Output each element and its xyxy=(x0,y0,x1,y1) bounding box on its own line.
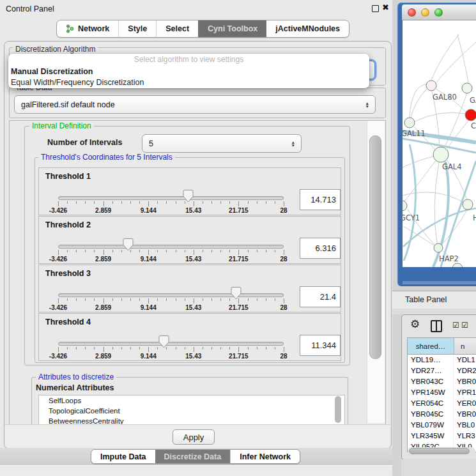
dropdown-option-equal-width-frequency[interactable]: Equal Width/Frequency Discretization xyxy=(10,77,367,88)
slider-tick-label: 9.144 xyxy=(141,207,157,214)
checkbox-icon[interactable]: ☑ xyxy=(452,321,459,330)
slider-tick xyxy=(104,298,104,303)
slider-track[interactable] xyxy=(58,342,284,346)
cell-name[interactable]: YBR0 xyxy=(454,409,476,420)
threshold-4-value-field[interactable]: 11.344 xyxy=(300,335,341,356)
gear-icon[interactable]: ⚙ xyxy=(410,318,420,330)
network-node[interactable] xyxy=(426,81,436,91)
table-row[interactable]: YDR27…YDR2 xyxy=(408,365,476,376)
cell-name[interactable]: YBL0 xyxy=(454,420,476,431)
slider-handle[interactable] xyxy=(123,238,134,251)
slider-tick xyxy=(194,250,194,255)
threshold-1-slider[interactable]: -3.4262.8599.14415.4321.71528 xyxy=(58,190,284,214)
table-data-combo[interactable]: galFiltered.sif default node ▲▼ xyxy=(14,95,376,114)
algorithm-dropdown-popup: Select algorithm to view settings Manual… xyxy=(8,54,369,88)
tab-jactivemnodules[interactable]: jActiveMNodules xyxy=(266,20,349,37)
bottom-tab-strip: Impute Data Discretize Data Infer Networ… xyxy=(0,448,392,465)
slider-handle[interactable] xyxy=(231,287,242,300)
attributes-list-scrollbar[interactable] xyxy=(335,396,341,423)
slider-tick xyxy=(229,250,230,252)
number-of-intervals-combo[interactable]: 5 ▲▼ xyxy=(142,134,302,153)
tab-style[interactable]: Style xyxy=(118,20,156,37)
slider-tick xyxy=(157,250,158,252)
slider-track[interactable] xyxy=(58,293,284,297)
network-node[interactable] xyxy=(434,243,443,252)
table-row[interactable]: YER054CYER0 xyxy=(408,398,476,409)
network-canvas[interactable]: GAL80GACGAL11GAL4GCY1HHAP2 xyxy=(403,20,476,267)
node-label: GAL4 xyxy=(442,162,462,171)
window-minimize-icon[interactable] xyxy=(421,8,429,17)
column-header-shared-name[interactable]: shared… xyxy=(408,338,454,354)
table-row[interactable]: YBL079WYBL0 xyxy=(408,420,476,431)
network-node[interactable] xyxy=(433,147,449,162)
table-row[interactable]: YDL19…YDL1 xyxy=(408,355,476,365)
apply-button[interactable]: Apply xyxy=(173,429,215,445)
network-node[interactable] xyxy=(403,201,407,211)
cell-shared-name[interactable]: YLR345W xyxy=(408,431,454,441)
table-hscrollbar-thumb[interactable] xyxy=(409,448,470,454)
slider-tick xyxy=(238,347,239,352)
float-window-icon[interactable] xyxy=(372,5,379,12)
network-node[interactable] xyxy=(465,109,476,121)
close-icon[interactable]: ✖ xyxy=(382,3,389,12)
table-row[interactable]: YBR045CYBR0 xyxy=(408,409,476,420)
table-body: YDL19…YDL1YDR27…YDR2YBR043CYBR0YPR145WYP… xyxy=(408,355,476,452)
attribute-list-item[interactable]: SelfLoops xyxy=(39,395,344,406)
tab-infer-network[interactable]: Infer Network xyxy=(230,450,300,463)
slider-tick xyxy=(185,298,185,301)
slider-track[interactable] xyxy=(58,196,284,200)
cell-shared-name[interactable]: YPR145W xyxy=(408,387,454,398)
tab-impute-data[interactable]: Impute Data xyxy=(91,450,155,463)
attribute-list-item[interactable]: TopologicalCoefficient xyxy=(39,406,344,416)
cell-name[interactable]: YLR3 xyxy=(454,431,476,441)
tab-network[interactable]: Network xyxy=(57,20,118,37)
numerical-attributes-list[interactable]: SelfLoopsTopologicalCoefficientBetweenne… xyxy=(38,395,345,426)
network-node[interactable] xyxy=(462,83,472,93)
cell-name[interactable]: YER0 xyxy=(454,398,476,409)
cell-shared-name[interactable]: YDL19… xyxy=(408,355,454,365)
slider-handle[interactable] xyxy=(183,190,194,203)
table-hscrollbar-track[interactable] xyxy=(408,447,475,455)
slider-tick xyxy=(130,250,131,252)
cell-name[interactable]: YBR0 xyxy=(454,376,476,387)
cell-shared-name[interactable]: YBR045C xyxy=(408,409,454,420)
cell-shared-name[interactable]: YBL079W xyxy=(408,420,454,431)
checkbox-icon[interactable]: ☑ xyxy=(461,321,468,330)
tab-cyni-toolbox[interactable]: Cyni Toolbox xyxy=(198,20,266,37)
table-row[interactable]: YBR043CYBR0 xyxy=(408,376,476,387)
dropdown-option-manual-discretization[interactable]: Manual Discretization xyxy=(10,66,367,77)
slider-handle[interactable] xyxy=(158,335,169,348)
slider-tick xyxy=(85,347,86,349)
network-window-titlebar[interactable] xyxy=(402,4,476,20)
cell-name[interactable]: YDL1 xyxy=(454,355,476,365)
number-of-intervals-label: Number of Intervals xyxy=(47,138,122,147)
table-row[interactable]: YLR345WYLR3 xyxy=(408,431,476,441)
table-panel-filler xyxy=(401,459,476,476)
split-view-icon[interactable] xyxy=(431,320,442,332)
settings-scrollbar-thumb[interactable] xyxy=(369,135,381,359)
network-node[interactable] xyxy=(463,199,473,210)
network-node[interactable] xyxy=(452,263,463,267)
slider-tick xyxy=(58,201,59,206)
threshold-4-slider[interactable]: -3.4262.8599.14415.4321.71528 xyxy=(58,335,284,360)
column-header-name[interactable]: n xyxy=(454,338,476,354)
cell-shared-name[interactable]: YER054C xyxy=(408,398,454,409)
window-zoom-icon[interactable] xyxy=(434,8,443,17)
threshold-3-slider[interactable]: -3.4262.8599.14415.4321.71528 xyxy=(58,287,284,311)
slider-track[interactable] xyxy=(58,245,284,249)
window-close-icon[interactable] xyxy=(408,8,416,17)
threshold-1-value-field[interactable]: 14.713 xyxy=(300,189,341,210)
tab-discretize-data[interactable]: Discretize Data xyxy=(155,450,231,463)
threshold-1-label: Threshold 1 xyxy=(45,172,91,181)
table-row[interactable]: YPR145WYPR1 xyxy=(408,387,476,398)
tab-select[interactable]: Select xyxy=(156,20,198,37)
threshold-2-value-field[interactable]: 6.316 xyxy=(300,238,341,259)
cell-shared-name[interactable]: YDR27… xyxy=(408,365,454,376)
threshold-3-value-field[interactable]: 21.4 xyxy=(300,286,341,307)
network-node[interactable] xyxy=(404,118,415,128)
cell-name[interactable]: YPR1 xyxy=(454,387,476,398)
threshold-2-slider[interactable]: -3.4262.8599.14415.4321.71528 xyxy=(58,238,284,263)
cell-name[interactable]: YDR2 xyxy=(454,365,476,376)
slider-tick xyxy=(67,250,68,252)
cell-shared-name[interactable]: YBR043C xyxy=(408,376,454,387)
